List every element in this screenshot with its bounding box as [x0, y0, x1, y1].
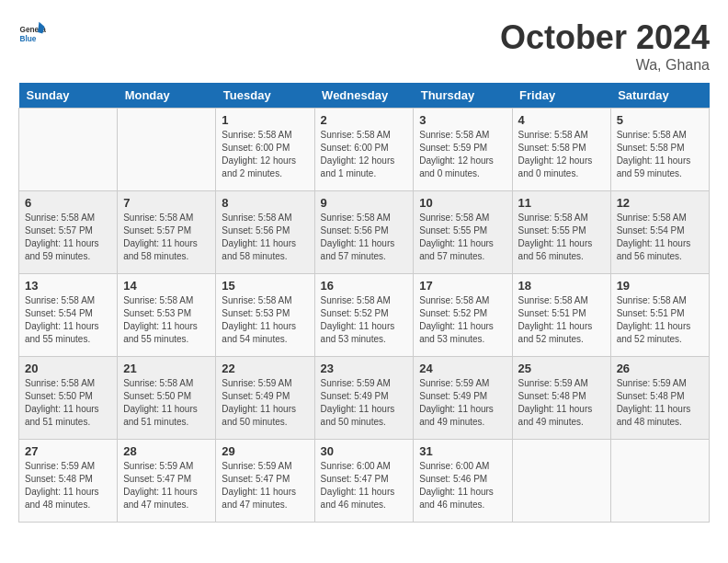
logo: General Blue [18, 18, 46, 46]
day-number: 27 [25, 444, 111, 458]
header-row: SundayMondayTuesdayWednesdayThursdayFrid… [19, 83, 710, 109]
day-info: Sunrise: 5:58 AMSunset: 5:51 PMDaylight:… [617, 295, 691, 344]
day-info: Sunrise: 5:58 AMSunset: 5:50 PMDaylight:… [123, 378, 198, 427]
calendar-cell: 10 Sunrise: 5:58 AMSunset: 5:55 PMDaylig… [414, 191, 512, 274]
day-number: 30 [321, 444, 408, 458]
calendar-cell: 13 Sunrise: 5:58 AMSunset: 5:54 PMDaylig… [19, 274, 118, 357]
day-number: 23 [321, 362, 408, 375]
day-info: Sunrise: 5:58 AMSunset: 5:57 PMDaylight:… [123, 213, 198, 261]
day-info: Sunrise: 5:58 AMSunset: 5:53 PMDaylight:… [123, 295, 198, 344]
calendar-week-row: 27 Sunrise: 5:59 AMSunset: 5:48 PMDaylig… [19, 440, 710, 523]
calendar-cell: 11 Sunrise: 5:58 AMSunset: 5:55 PMDaylig… [512, 191, 610, 274]
day-info: Sunrise: 5:58 AMSunset: 5:55 PMDaylight:… [518, 213, 593, 261]
day-info: Sunrise: 5:59 AMSunset: 5:47 PMDaylight:… [123, 461, 198, 510]
calendar-cell: 17 Sunrise: 5:58 AMSunset: 5:52 PMDaylig… [414, 274, 512, 357]
calendar-cell: 18 Sunrise: 5:58 AMSunset: 5:51 PMDaylig… [512, 274, 610, 357]
weekday-header: Thursday [414, 83, 512, 109]
day-number: 6 [25, 196, 111, 210]
title-area: October 2024 Wa, Ghana [500, 18, 710, 74]
calendar-cell: 12 Sunrise: 5:58 AMSunset: 5:54 PMDaylig… [610, 191, 709, 274]
calendar-cell: 25 Sunrise: 5:59 AMSunset: 5:48 PMDaylig… [512, 357, 610, 440]
weekday-header: Monday [118, 83, 216, 109]
day-info: Sunrise: 5:58 AMSunset: 5:55 PMDaylight:… [419, 213, 494, 261]
day-info: Sunrise: 5:59 AMSunset: 5:48 PMDaylight:… [25, 461, 99, 510]
calendar-cell: 24 Sunrise: 5:59 AMSunset: 5:49 PMDaylig… [414, 357, 512, 440]
calendar-cell: 1 Sunrise: 5:58 AMSunset: 6:00 PMDayligh… [216, 109, 314, 191]
day-number: 19 [617, 279, 703, 293]
day-info: Sunrise: 6:00 AMSunset: 5:46 PMDaylight:… [419, 461, 494, 510]
calendar-cell [118, 109, 216, 191]
day-number: 2 [321, 113, 408, 127]
day-number: 17 [419, 279, 506, 293]
calendar-week-row: 1 Sunrise: 5:58 AMSunset: 6:00 PMDayligh… [19, 109, 710, 191]
svg-text:Blue: Blue [20, 35, 37, 43]
calendar-cell: 26 Sunrise: 5:59 AMSunset: 5:48 PMDaylig… [610, 357, 709, 440]
day-info: Sunrise: 5:58 AMSunset: 5:52 PMDaylight:… [321, 295, 395, 344]
calendar-cell: 16 Sunrise: 5:58 AMSunset: 5:52 PMDaylig… [314, 274, 414, 357]
calendar-cell: 15 Sunrise: 5:58 AMSunset: 5:53 PMDaylig… [216, 274, 314, 357]
day-info: Sunrise: 5:58 AMSunset: 5:56 PMDaylight:… [222, 213, 296, 261]
day-info: Sunrise: 5:59 AMSunset: 5:49 PMDaylight:… [419, 378, 494, 427]
day-number: 3 [419, 113, 506, 127]
day-number: 25 [518, 362, 605, 375]
day-info: Sunrise: 5:58 AMSunset: 5:52 PMDaylight:… [419, 295, 494, 344]
day-info: Sunrise: 5:58 AMSunset: 5:58 PMDaylight:… [518, 130, 593, 178]
day-number: 10 [419, 196, 506, 210]
calendar-cell: 4 Sunrise: 5:58 AMSunset: 5:58 PMDayligh… [512, 109, 610, 191]
calendar-cell: 14 Sunrise: 5:58 AMSunset: 5:53 PMDaylig… [118, 274, 216, 357]
weekday-header: Friday [512, 83, 610, 109]
calendar-cell: 20 Sunrise: 5:58 AMSunset: 5:50 PMDaylig… [19, 357, 118, 440]
day-number: 18 [518, 279, 605, 293]
calendar-cell: 23 Sunrise: 5:59 AMSunset: 5:49 PMDaylig… [314, 357, 414, 440]
calendar-cell: 29 Sunrise: 5:59 AMSunset: 5:47 PMDaylig… [216, 440, 314, 523]
calendar-cell: 9 Sunrise: 5:58 AMSunset: 5:56 PMDayligh… [314, 191, 414, 274]
day-info: Sunrise: 5:59 AMSunset: 5:48 PMDaylight:… [518, 378, 593, 427]
location: Wa, Ghana [500, 57, 710, 74]
day-number: 11 [518, 196, 605, 210]
day-number: 20 [25, 362, 111, 375]
day-number: 12 [617, 196, 703, 210]
calendar-week-row: 20 Sunrise: 5:58 AMSunset: 5:50 PMDaylig… [19, 357, 710, 440]
weekday-header: Tuesday [216, 83, 314, 109]
calendar-cell: 7 Sunrise: 5:58 AMSunset: 5:57 PMDayligh… [118, 191, 216, 274]
day-number: 29 [222, 444, 308, 458]
day-number: 13 [25, 279, 111, 293]
calendar-cell: 31 Sunrise: 6:00 AMSunset: 5:46 PMDaylig… [414, 440, 512, 523]
calendar-cell [512, 440, 610, 523]
calendar-cell: 6 Sunrise: 5:58 AMSunset: 5:57 PMDayligh… [19, 191, 118, 274]
calendar-cell: 22 Sunrise: 5:59 AMSunset: 5:49 PMDaylig… [216, 357, 314, 440]
day-info: Sunrise: 5:58 AMSunset: 5:57 PMDaylight:… [25, 213, 99, 261]
calendar-cell [19, 109, 118, 191]
day-number: 22 [222, 362, 308, 375]
logo-icon: General Blue [18, 18, 46, 46]
calendar-cell: 28 Sunrise: 5:59 AMSunset: 5:47 PMDaylig… [118, 440, 216, 523]
day-info: Sunrise: 5:58 AMSunset: 5:50 PMDaylight:… [25, 378, 99, 427]
day-info: Sunrise: 5:59 AMSunset: 5:48 PMDaylight:… [617, 378, 691, 427]
calendar-cell: 27 Sunrise: 5:59 AMSunset: 5:48 PMDaylig… [19, 440, 118, 523]
day-number: 26 [617, 362, 703, 375]
day-info: Sunrise: 5:58 AMSunset: 5:56 PMDaylight:… [321, 213, 395, 261]
weekday-header: Saturday [610, 83, 709, 109]
calendar-week-row: 6 Sunrise: 5:58 AMSunset: 5:57 PMDayligh… [19, 191, 710, 274]
weekday-header: Wednesday [314, 83, 414, 109]
day-info: Sunrise: 5:58 AMSunset: 5:58 PMDaylight:… [617, 130, 691, 178]
day-number: 7 [123, 196, 210, 210]
calendar-cell [610, 440, 709, 523]
day-number: 1 [222, 113, 308, 127]
calendar-cell: 8 Sunrise: 5:58 AMSunset: 5:56 PMDayligh… [216, 191, 314, 274]
calendar-cell: 21 Sunrise: 5:58 AMSunset: 5:50 PMDaylig… [118, 357, 216, 440]
calendar-week-row: 13 Sunrise: 5:58 AMSunset: 5:54 PMDaylig… [19, 274, 710, 357]
calendar-cell: 5 Sunrise: 5:58 AMSunset: 5:58 PMDayligh… [610, 109, 709, 191]
calendar-cell: 3 Sunrise: 5:58 AMSunset: 5:59 PMDayligh… [414, 109, 512, 191]
calendar-cell: 19 Sunrise: 5:58 AMSunset: 5:51 PMDaylig… [610, 274, 709, 357]
day-number: 24 [419, 362, 506, 375]
weekday-header: Sunday [19, 83, 118, 109]
day-info: Sunrise: 5:58 AMSunset: 6:00 PMDaylight:… [321, 130, 395, 178]
day-info: Sunrise: 6:00 AMSunset: 5:47 PMDaylight:… [321, 461, 395, 510]
day-info: Sunrise: 5:58 AMSunset: 5:51 PMDaylight:… [518, 295, 593, 344]
page-header: General Blue October 2024 Wa, Ghana [18, 18, 710, 74]
day-number: 9 [321, 196, 408, 210]
month-title: October 2024 [500, 18, 710, 57]
day-info: Sunrise: 5:58 AMSunset: 6:00 PMDaylight:… [222, 130, 296, 178]
day-info: Sunrise: 5:58 AMSunset: 5:53 PMDaylight:… [222, 295, 296, 344]
